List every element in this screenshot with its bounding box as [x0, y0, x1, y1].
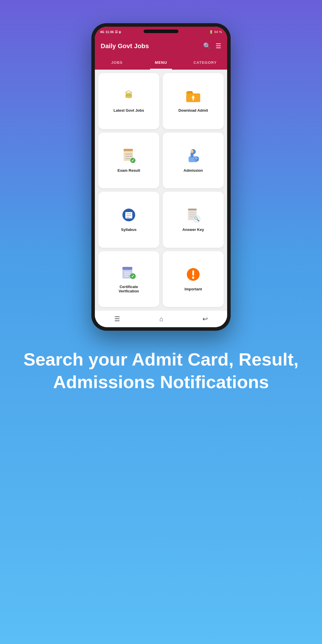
status-right: 🔋 64 %	[209, 30, 222, 34]
card-certificate-verification[interactable]: ✓ Certificate Verification	[98, 251, 159, 307]
svg-text:🔍: 🔍	[194, 216, 200, 222]
card-exam-result[interactable]: ✓ Exam Result	[98, 133, 159, 189]
app-title: Daily Govt Jobs	[101, 42, 149, 50]
svg-text:🏛: 🏛	[125, 90, 133, 99]
phone-screen: 4G 11:36 ☰ ψ 🔋 64 % Daily Govt Jobs 🔍 ☰ …	[95, 27, 227, 327]
important-icon	[186, 267, 201, 284]
bottom-promo-section: Search your Admit Card, Result, Admissio…	[0, 348, 322, 393]
svg-text:🔍: 🔍	[195, 157, 199, 161]
latest-govt-jobs-label: Latest Govt Jobs	[113, 108, 144, 113]
status-left: 4G 11:36 ☰ ψ	[100, 30, 121, 34]
svg-point-38	[192, 276, 194, 279]
top-icons: 🔍 ☰	[203, 42, 221, 50]
nav-home-icon[interactable]: ⌂	[159, 315, 163, 323]
svg-text:✓: ✓	[131, 274, 135, 278]
svg-rect-23	[188, 209, 197, 210]
latest-govt-jobs-icon: 🏛	[122, 89, 136, 105]
answer-key-icon: 🔍	[186, 207, 201, 225]
battery-level: 64	[214, 30, 218, 34]
certificate-verification-icon: ✓	[121, 265, 136, 282]
svg-rect-14	[191, 153, 193, 158]
syllabus-label: Syllabus	[121, 227, 136, 232]
card-download-admit[interactable]: Download Admit	[163, 73, 224, 129]
battery-icon: 🔋	[209, 30, 213, 34]
svg-text:✓: ✓	[131, 158, 135, 163]
tab-menu[interactable]: MENU	[139, 55, 183, 70]
download-admit-label: Download Admit	[178, 108, 208, 113]
syllabus-icon	[121, 207, 136, 225]
answer-key-label: Answer Key	[182, 227, 204, 232]
tab-category-label: CATEGORY	[193, 60, 217, 65]
phone-notch	[144, 30, 178, 33]
svg-point-13	[191, 150, 193, 153]
card-syllabus[interactable]: Syllabus	[98, 192, 159, 248]
time: 11:36	[106, 30, 114, 34]
card-latest-govt-jobs[interactable]: 🏛 Latest Govt Jobs	[98, 73, 159, 129]
admission-icon: 🔍	[186, 148, 201, 165]
exam-result-icon: ✓	[122, 148, 136, 165]
top-bar: Daily Govt Jobs 🔍 ☰	[95, 37, 227, 55]
card-answer-key[interactable]: 🔍 Answer Key	[163, 192, 224, 248]
bottom-promo-text: Search your Admit Card, Result, Admissio…	[17, 348, 305, 393]
misc-icons: ☰ ψ	[115, 30, 121, 34]
tab-bar: JOBS MENU CATEGORY	[95, 55, 227, 70]
menu-icon[interactable]: ☰	[216, 42, 221, 50]
nav-back-icon[interactable]: ↩	[202, 315, 208, 323]
exam-result-label: Exam Result	[117, 168, 140, 173]
download-admit-icon	[186, 89, 201, 105]
battery-percent: %	[219, 30, 222, 34]
phone-mockup: 4G 11:36 ☰ ψ 🔋 64 % Daily Govt Jobs 🔍 ☰ …	[91, 23, 231, 331]
tab-menu-label: MENU	[155, 60, 167, 65]
signal-icon: 4G	[100, 30, 104, 34]
svg-rect-37	[192, 270, 194, 276]
svg-rect-30	[122, 267, 132, 270]
important-label: Important	[184, 287, 202, 291]
bottom-nav: ☰ ⌂ ↩	[95, 310, 227, 327]
tab-jobs[interactable]: JOBS	[95, 55, 139, 70]
card-admission[interactable]: 🔍 Admission	[163, 133, 224, 189]
tab-category[interactable]: CATEGORY	[183, 55, 227, 70]
certificate-verification-label: Certificate Verification	[119, 285, 139, 293]
tab-jobs-label: JOBS	[111, 60, 122, 65]
admission-label: Admission	[184, 168, 203, 173]
svg-rect-5	[124, 149, 133, 151]
nav-menu-icon[interactable]: ☰	[114, 315, 120, 323]
search-icon[interactable]: 🔍	[203, 42, 211, 50]
grid-content: 🏛 Latest Govt Jobs Download Admit	[95, 70, 227, 310]
card-important[interactable]: Important	[163, 251, 224, 307]
